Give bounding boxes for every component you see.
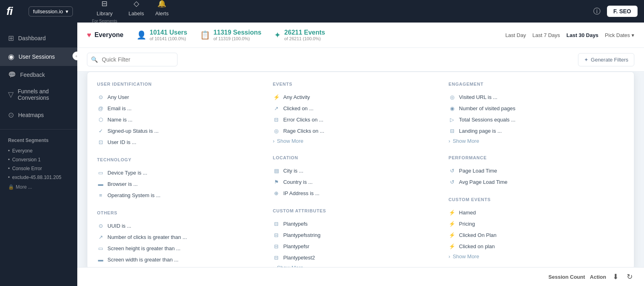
filter-landing-page[interactable]: ⊟ Landing page is ... — [448, 125, 618, 136]
filter-plantypetest2[interactable]: ⊟ Plantypetest2 — [273, 252, 442, 263]
alerts-icon: 🔔 — [157, 0, 166, 8]
uuid-icon: ⊙ — [97, 222, 104, 229]
any-activity-icon: ⚡ — [273, 93, 280, 101]
user-sessions-icon: ◉ — [8, 52, 14, 61]
sidebar-item-user-sessions[interactable]: ◉ User Sessions — [0, 47, 77, 66]
filter-any-activity[interactable]: ⚡ Any Activity — [273, 91, 442, 103]
time-last-7days[interactable]: Last 7 Days — [533, 32, 560, 38]
filter-page-load-time[interactable]: ↺ Page Load Time — [448, 165, 618, 176]
hamed-icon: ⚡ — [448, 209, 456, 216]
location-title: LOCATION — [273, 155, 442, 160]
filter-signup-status[interactable]: ✓ Signed-up Status is ... — [97, 125, 266, 136]
filter-total-sessions[interactable]: ▷ Total Sessions equals ... — [448, 114, 618, 125]
filter-os[interactable]: ≡ Operating System is ... — [97, 189, 266, 201]
filter-ip-address[interactable]: ⊕ IP Address is ... — [273, 187, 442, 199]
filter-num-clicks[interactable]: ↗ Number of clicks is greater than ... — [97, 231, 266, 243]
sidebar-more-btn[interactable]: 🔒 More ... — [0, 182, 77, 192]
pick-dates-btn[interactable]: Pick Dates ▾ — [605, 32, 634, 38]
chevron-right-icon4: › — [448, 253, 450, 259]
filter-user-id[interactable]: ⊡ User ID is ... — [97, 136, 266, 148]
generate-filters-button[interactable]: ✦ Generate Filters — [578, 53, 634, 66]
filter-pricing[interactable]: ⚡ Pricing — [448, 218, 618, 229]
logo-text: fi — [6, 5, 12, 18]
filter-error-clicks[interactable]: ⊟ Error Clicks on ... — [273, 114, 442, 125]
filter-email[interactable]: @ Email is ... — [97, 103, 266, 114]
filter-plantypefs[interactable]: ⊟ Plantypefs — [273, 218, 442, 229]
filter-dropdown-panel: USER IDENTIFICATION ⊙ Any User @ Email i… — [87, 72, 634, 269]
filter-clicked-on[interactable]: ↗ Clicked on ... — [273, 103, 442, 114]
user-button[interactable]: F. SEO — [607, 6, 638, 17]
email-icon: @ — [97, 105, 104, 112]
dashboard-icon: ⊞ — [8, 34, 14, 43]
sidebar-item-funnels[interactable]: ▽ Funnels and Conversions — [0, 83, 77, 106]
filter-uuid[interactable]: ⊙ UUID is ... — [97, 220, 266, 231]
recent-everyone[interactable]: Everyone — [0, 146, 77, 155]
filter-visited-url[interactable]: ◎ Visited URL is ... — [448, 91, 618, 103]
time-last-30days[interactable]: Last 30 Days — [566, 32, 599, 38]
filter-city[interactable]: ▤ City is ... — [273, 165, 442, 176]
quick-filter-input[interactable] — [87, 53, 178, 66]
sidebar-item-dashboard[interactable]: ⊞ Dashboard — [0, 29, 77, 47]
sidebar-item-heatmaps[interactable]: ⊙ Heatmaps — [0, 106, 77, 124]
users-count: 10141 Users — [150, 29, 187, 36]
labels-icon: ◇ — [134, 0, 139, 8]
filter-num-visited-pages[interactable]: ◉ Number of visited pages — [448, 103, 618, 114]
landing-page-icon: ⊟ — [448, 127, 456, 134]
recent-conversion1[interactable]: Conversion 1 — [0, 155, 77, 164]
city-icon: ▤ — [273, 167, 280, 174]
plantypefs-icon: ⊟ — [273, 220, 280, 227]
events-title: EVENTS — [273, 82, 442, 86]
nav-right: ⓘ F. SEO — [593, 6, 638, 17]
audience-name: Everyone — [95, 31, 124, 39]
sessions-stat: 📋 11319 Sessions of 11319 (100.0%) — [200, 29, 261, 41]
sidebar-item-feedback[interactable]: 💬 Feedback — [0, 66, 77, 83]
avg-page-load-icon: ↺ — [448, 178, 456, 185]
nav-library[interactable]: ⊟ Library For Segments — [92, 0, 118, 23]
download-button[interactable]: ⬇ — [611, 271, 620, 283]
col3: ENGAGEMENT ◎ Visited URL is ... ◉ Number… — [448, 82, 624, 269]
nav-alerts[interactable]: 🔔 Alerts — [155, 0, 169, 23]
info-icon[interactable]: ⓘ — [593, 6, 601, 16]
name-icon: ⬡ — [97, 116, 104, 123]
recent-exclude-ip[interactable]: exclude-45.88.101.205 — [0, 173, 77, 182]
nav-labels[interactable]: ◇ Labels — [128, 0, 144, 23]
engagement-show-more[interactable]: › Show More — [448, 136, 618, 146]
filter-browser[interactable]: ▬ Browser is ... — [97, 178, 266, 189]
filter-screen-height[interactable]: ▭ Screen height is greater than ... — [97, 243, 266, 254]
sessions-icon: 📋 — [200, 30, 210, 40]
filter-plantypefsr[interactable]: ⊟ Plantypefsr — [273, 241, 442, 252]
filter-name[interactable]: ⬡ Name is ... — [97, 114, 266, 125]
filter-clicked-on-plan[interactable]: ⚡ Clicked On Plan — [448, 229, 618, 241]
org-selector[interactable]: fullsession.io ▾ — [29, 6, 72, 16]
custom-events-title: CUSTOM EVENTS — [448, 197, 618, 202]
filter-device-type[interactable]: ▭ Device Type is ... — [97, 167, 266, 178]
time-filters: Last Day Last 7 Days Last 30 Days Pick D… — [505, 32, 634, 38]
audience-label: ♥ Everyone — [87, 31, 124, 39]
recent-segments-label: Recent Segments — [0, 134, 77, 146]
section-others: OTHERS ⊙ UUID is ... ↗ Number of clicks … — [97, 210, 273, 269]
heatmaps-icon: ⊙ — [8, 111, 14, 119]
search-icon: 🔍 — [91, 56, 98, 63]
time-last-day[interactable]: Last Day — [505, 32, 526, 38]
filter-country[interactable]: ⚑ Country is ... — [273, 176, 442, 187]
filter-avg-page-load-time[interactable]: ↺ Avg Page Load Time — [448, 176, 618, 187]
col2: EVENTS ⚡ Any Activity ↗ Clicked on ... ⊟… — [273, 82, 449, 269]
filter-screen-width[interactable]: ▬ Screen width is greater than ... — [97, 254, 266, 265]
content-area: USER IDENTIFICATION ⊙ Any User @ Email i… — [77, 72, 644, 286]
plantypetest2-icon: ⊟ — [273, 254, 280, 261]
filter-rage-clicks[interactable]: ◎ Rage Clicks on ... — [273, 125, 442, 136]
filter-hamed[interactable]: ⚡ Hamed — [448, 207, 618, 218]
filter-plantypefsstring[interactable]: ⊟ Plantypefsstring — [273, 229, 442, 241]
main-content: ♥ Everyone 👤 10141 Users of 10141 (100.0… — [77, 23, 644, 286]
filter-clicked-on-plan2[interactable]: ⚡ Clicked on plan — [448, 241, 618, 252]
refresh-button[interactable]: ↻ — [625, 271, 634, 283]
ip-icon: ⊕ — [273, 189, 280, 197]
num-clicks-icon: ↗ — [97, 233, 104, 241]
section-location: LOCATION ▤ City is ... ⚑ Country is ... … — [273, 155, 449, 208]
custom-events-show-more[interactable]: › Show More — [448, 252, 618, 261]
section-engagement: ENGAGEMENT ◎ Visited URL is ... ◉ Number… — [448, 82, 624, 155]
events-show-more[interactable]: › Show More — [273, 136, 442, 146]
events-stat: ✦ 26211 Events of 26211 (100.0%) — [274, 29, 325, 41]
recent-console-error[interactable]: Console Error — [0, 164, 77, 173]
filter-any-user[interactable]: ⊙ Any User — [97, 91, 266, 103]
